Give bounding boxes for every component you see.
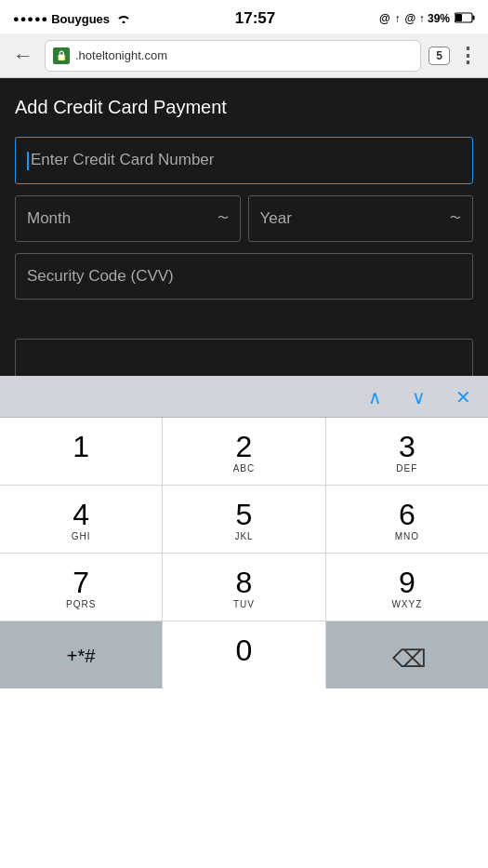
status-right: @ ↑ @ ↑ 39% [379,12,475,26]
keyboard-close-button[interactable]: ✕ [450,384,477,410]
key-4[interactable]: 4 GHI [0,486,162,553]
battery-label: @ ↑ 39% [405,12,450,25]
key-7[interactable]: 7 PQRS [0,554,162,621]
expiry-row: Month 〜 Year 〜 [15,195,473,242]
svg-rect-2 [455,14,462,21]
text-cursor [27,152,29,170]
card-number-placeholder: Enter Credit Card Number [31,151,214,168]
status-bar: ●●●●● Bouygues 17:57 @ ↑ @ ↑ 39% [0,0,488,33]
page-title: Add Credit Card Payment [15,97,473,118]
page-content: Add Credit Card Payment Enter Credit Car… [0,78,488,339]
key-5[interactable]: 5 JKL [163,486,324,553]
url-text: .hoteltonight.com [75,48,413,62]
key-backspace[interactable] [326,621,488,688]
bottom-partial [0,339,488,376]
key-9[interactable]: 9 WXYZ [326,554,488,621]
credit-card-field[interactable]: Enter Credit Card Number [15,137,473,184]
wifi-icon [116,12,131,26]
year-chevron-icon: 〜 [450,210,461,226]
signal-dots: ●●●●● [13,13,48,24]
month-chevron-icon: 〜 [218,210,229,226]
browser-chrome: ← .hoteltonight.com 5 ⋮ [0,33,488,78]
keyboard-toolbar: ∧ ∨ ✕ [0,377,488,418]
key-6[interactable]: 6 MNO [326,486,488,553]
month-dropdown[interactable]: Month 〜 [15,195,241,242]
key-1[interactable]: 1 [0,418,162,485]
key-8[interactable]: 8 TUV [163,554,324,621]
gps-icon: @ [379,12,390,25]
key-2[interactable]: 2 ABC [163,418,324,485]
keyboard-up-button[interactable]: ∧ [363,384,388,410]
month-label: Month [27,209,71,228]
location-icon: ↑ [395,12,401,25]
key-0[interactable]: 0 [163,621,324,688]
key-3[interactable]: 3 DEF [326,418,488,485]
svg-rect-1 [473,15,475,20]
backspace-icon [392,645,422,667]
tab-count[interactable]: 5 [429,47,450,65]
year-label: Year [260,209,292,228]
keyboard-area: ∧ ∨ ✕ 1 2 ABC 3 DEF 4 GHI 5 JKL 6 MNO [0,376,488,688]
status-left: ●●●●● Bouygues [13,12,131,26]
lock-icon [53,47,70,64]
key-symbols[interactable]: +*# [0,621,162,688]
address-bar[interactable]: .hoteltonight.com [45,40,421,72]
clock: 17:57 [235,9,275,28]
keyboard-grid: 1 2 ABC 3 DEF 4 GHI 5 JKL 6 MNO 7 PQRS [0,418,488,688]
keyboard-down-button[interactable]: ∨ [406,384,431,410]
carrier-label: Bouygues [51,12,110,26]
back-button[interactable]: ← [9,44,37,68]
more-button[interactable]: ⋮ [457,44,479,68]
year-dropdown[interactable]: Year 〜 [248,195,474,242]
battery-icon [455,12,475,26]
cvv-placeholder: Security Code (CVV) [27,267,174,285]
cvv-field[interactable]: Security Code (CVV) [15,253,473,300]
